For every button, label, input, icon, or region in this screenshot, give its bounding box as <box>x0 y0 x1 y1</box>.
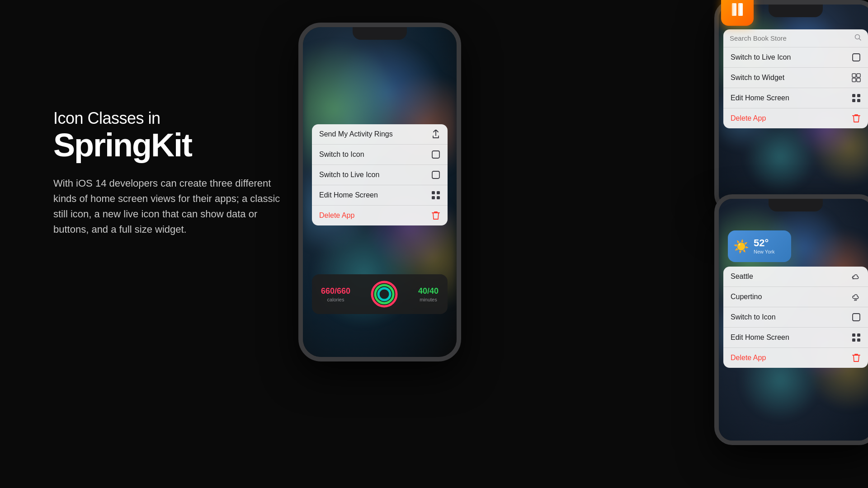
share-icon <box>431 130 440 139</box>
menu-item-edit-label: Edit Home Screen <box>319 191 378 199</box>
rt-square-icon <box>852 53 861 62</box>
subtitle: Icon Classes in <box>53 108 288 128</box>
books-app-icon[interactable] <box>721 0 754 26</box>
svg-rect-27 <box>852 333 855 337</box>
rt-menu-item-edit[interactable]: Edit Home Screen <box>723 88 868 108</box>
svg-rect-18 <box>852 74 856 77</box>
menu-item-switch-live-label: Switch to Live Icon <box>319 171 379 179</box>
cloud-rain-icon <box>852 292 861 301</box>
rb-menu-item-icon-label: Switch to Icon <box>731 313 776 321</box>
svg-rect-20 <box>852 78 856 82</box>
rt-menu-item-live-label: Switch to Live Icon <box>731 53 791 61</box>
rb-menu-item-edit[interactable]: Edit Home Screen <box>723 328 868 348</box>
books-icon-container <box>721 0 754 26</box>
exercise-stat: 40/40 minutes <box>418 286 439 302</box>
square-icon-2 <box>431 170 440 179</box>
right-bottom-notch <box>769 199 823 211</box>
right-top-phone-container: Switch to Live Icon Switch to Widget <box>705 0 868 212</box>
rb-menu-item-delete-label: Delete App <box>731 354 766 362</box>
svg-rect-2 <box>432 191 435 194</box>
svg-rect-24 <box>852 99 855 102</box>
rb-menu-item-cupertino[interactable]: Cupertino <box>723 287 868 307</box>
right-bottom-phone-container: ☀️ 52° New York Seattle <box>705 194 868 447</box>
svg-rect-4 <box>432 196 435 199</box>
svg-rect-22 <box>852 94 855 97</box>
svg-rect-30 <box>857 338 860 342</box>
rb-trash-icon <box>852 353 861 362</box>
weather-city: New York <box>754 249 774 254</box>
svg-rect-23 <box>857 94 860 97</box>
svg-rect-14 <box>732 4 733 15</box>
svg-rect-21 <box>857 78 860 82</box>
rb-square-icon <box>852 313 861 322</box>
move-stat: 660/660 calories <box>321 286 350 302</box>
exercise-value: 40/40 <box>418 286 439 296</box>
right-phones-wrapper: Switch to Live Icon Switch to Widget <box>696 0 868 488</box>
exercise-label: minutes <box>418 297 439 302</box>
menu-item-send-label: Send My Activity Rings <box>319 130 393 138</box>
svg-rect-3 <box>437 191 440 194</box>
left-panel: Icon Classes in SpringKit With iOS 14 de… <box>53 108 288 238</box>
svg-rect-1 <box>432 171 439 178</box>
rt-menu-item-edit-label: Edit Home Screen <box>731 94 789 102</box>
rb-grid-icon <box>852 333 861 342</box>
rb-menu-item-delete[interactable]: Delete App <box>723 348 868 368</box>
weather-temp: 52° <box>754 238 774 248</box>
main-title: SpringKit <box>53 129 288 161</box>
right-bottom-phone-screen: ☀️ 52° New York Seattle <box>719 199 868 441</box>
svg-rect-17 <box>853 54 860 61</box>
search-input[interactable] <box>730 34 854 42</box>
rt-menu-item-widget-label: Switch to Widget <box>731 74 784 82</box>
center-phone-screen: Send My Activity Rings Switch to Icon <box>303 27 457 357</box>
right-top-context-menu: Switch to Live Icon Switch to Widget <box>723 29 868 128</box>
search-icon <box>854 34 862 42</box>
square-icon <box>431 150 440 159</box>
rt-menu-item-widget[interactable]: Switch to Widget <box>723 68 868 88</box>
svg-rect-5 <box>437 196 440 199</box>
description: With iOS 14 developers can create three … <box>53 176 288 237</box>
rt-widget-icon <box>852 73 861 82</box>
svg-rect-26 <box>853 314 860 321</box>
svg-rect-15 <box>739 4 740 15</box>
weather-widget: ☀️ 52° New York <box>728 230 791 262</box>
weather-sun-icon: ☀️ <box>733 239 749 254</box>
rt-menu-item-delete-label: Delete App <box>731 114 766 122</box>
rt-menu-item-live[interactable]: Switch to Live Icon <box>723 47 868 68</box>
search-bar[interactable] <box>723 29 868 47</box>
rt-menu-item-delete[interactable]: Delete App <box>723 108 868 128</box>
svg-rect-29 <box>852 338 855 342</box>
grid-icon <box>431 191 440 200</box>
svg-rect-25 <box>857 99 860 102</box>
center-context-menu: Send My Activity Rings Switch to Icon <box>312 124 448 225</box>
move-value: 660/660 <box>321 286 350 296</box>
center-phone: Send My Activity Rings Switch to Icon <box>298 23 461 361</box>
rb-menu-item-seattle-label: Seattle <box>731 272 753 281</box>
notch <box>353 27 407 40</box>
rt-grid-icon <box>852 94 861 103</box>
rb-menu-item-seattle[interactable]: Seattle <box>723 267 868 287</box>
weather-info: 52° New York <box>754 238 774 254</box>
menu-item-edit[interactable]: Edit Home Screen <box>312 185 448 206</box>
menu-item-delete[interactable]: Delete App <box>312 206 448 225</box>
menu-item-switch-icon[interactable]: Switch to Icon <box>312 145 448 165</box>
menu-item-switch-icon-label: Switch to Icon <box>319 150 364 159</box>
activity-rings <box>371 281 398 308</box>
center-phone-body: Send My Activity Rings Switch to Icon <box>298 23 461 361</box>
rb-menu-item-icon[interactable]: Switch to Icon <box>723 307 868 328</box>
right-top-notch <box>769 5 823 17</box>
svg-rect-0 <box>432 151 439 158</box>
right-top-phone-screen: Switch to Live Icon Switch to Widget <box>719 5 868 208</box>
menu-item-delete-label: Delete App <box>319 211 354 220</box>
rt-trash-icon <box>852 114 861 123</box>
right-bottom-phone-body: ☀️ 52° New York Seattle <box>714 194 868 445</box>
right-bottom-context-menu: Seattle Cupertino <box>723 267 868 368</box>
menu-item-switch-live[interactable]: Switch to Live Icon <box>312 165 448 185</box>
svg-rect-28 <box>857 333 860 337</box>
menu-item-send[interactable]: Send My Activity Rings <box>312 124 448 145</box>
svg-point-11 <box>378 288 390 300</box>
svg-rect-19 <box>857 74 860 77</box>
move-label: calories <box>321 297 350 302</box>
rb-menu-item-edit-label: Edit Home Screen <box>731 333 789 342</box>
rb-menu-item-cupertino-label: Cupertino <box>731 293 762 301</box>
cloud-wind-icon <box>852 272 861 281</box>
